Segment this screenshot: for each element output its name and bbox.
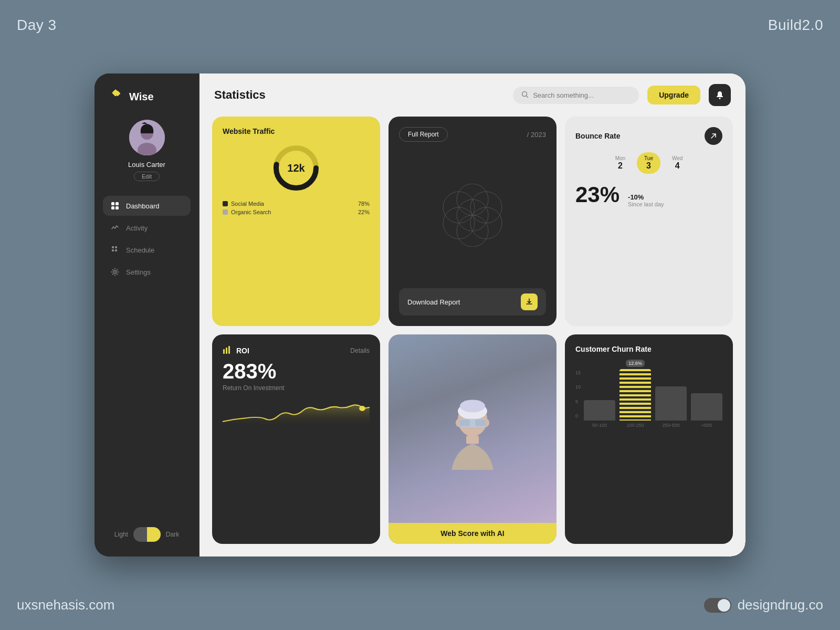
- svg-rect-12: [115, 249, 117, 251]
- churn-bar-4: >500: [691, 360, 722, 428]
- day-selector: Mon 2 Tue 3 Wed 4: [575, 152, 722, 174]
- svg-rect-5: [111, 202, 114, 205]
- y-label-0: 0: [575, 413, 581, 418]
- roi-sublabel: Return On Investment: [223, 384, 370, 392]
- churn-bar-label-3: 250-500: [663, 423, 680, 428]
- bounce-stats: 23% -10% Since last day: [575, 182, 722, 207]
- roi-percent: 283%: [223, 360, 370, 383]
- traffic-legend: Social Media 78% Organic Search 22%: [223, 201, 370, 215]
- social-label: Social Media: [231, 201, 264, 207]
- sidebar-item-dashboard[interactable]: Dashboard: [103, 196, 191, 216]
- svg-point-28: [359, 406, 365, 411]
- report-card: Full Report / 2023: [388, 117, 556, 326]
- notification-button[interactable]: [709, 84, 731, 106]
- bottom-left-label: uxsnehasis.com: [17, 597, 114, 613]
- search-icon: [521, 91, 529, 100]
- day-wednesday[interactable]: Wed 4: [665, 152, 690, 174]
- bounce-arrow-button[interactable]: [705, 127, 722, 145]
- settings-label: Settings: [126, 268, 151, 276]
- schedule-icon: [110, 245, 120, 255]
- organic-label: Organic Search: [231, 209, 271, 215]
- traffic-title: Website Traffic: [223, 127, 370, 135]
- roi-card: ROI Details 283% Return On Investment: [212, 334, 380, 544]
- download-report-button[interactable]: Download Report: [399, 288, 546, 316]
- main-content: Statistics Upgrade: [200, 74, 746, 556]
- roi-icon: [223, 345, 232, 356]
- day-monday[interactable]: Mon 2: [608, 152, 633, 174]
- svg-rect-26: [226, 348, 227, 354]
- sidebar: Wise Louis Carter Edit: [94, 74, 200, 556]
- churn-bar-label-4: >500: [701, 423, 712, 428]
- y-label-15: 15: [575, 370, 581, 375]
- churn-bar-label-2: 100-250: [627, 423, 644, 428]
- bottom-theme-toggle[interactable]: [704, 598, 731, 613]
- activity-icon: [110, 223, 120, 233]
- bounce-title: Bounce Rate: [575, 132, 621, 140]
- traffic-card: Website Traffic 12k Social: [212, 117, 380, 326]
- webscore-label: Web Score with AI: [388, 523, 556, 544]
- build-label: Build2.0: [768, 17, 823, 34]
- person-figure: [430, 386, 514, 470]
- y-label-10: 10: [575, 384, 581, 390]
- donut-chart: 12k: [223, 142, 370, 194]
- churn-bar-2: 12.6% 100-250: [620, 360, 651, 428]
- legend-item-organic: Organic Search 22%: [223, 209, 370, 215]
- svg-rect-27: [228, 346, 230, 354]
- bounce-change-label: Since last day: [628, 201, 664, 207]
- user-name: Louis Carter: [128, 161, 165, 169]
- y-label-5: 5: [575, 399, 581, 404]
- svg-rect-8: [116, 206, 119, 209]
- avatar-section: Louis Carter Edit: [103, 120, 191, 181]
- svg-point-38: [485, 419, 489, 426]
- roi-title: ROI: [236, 346, 249, 355]
- dashboard-card: Wise Louis Carter Edit: [94, 74, 746, 556]
- donut-center-value: 12k: [287, 162, 304, 174]
- svg-rect-10: [115, 246, 117, 248]
- logo-icon: [107, 88, 124, 105]
- edit-button[interactable]: Edit: [134, 172, 160, 181]
- download-icon: [521, 293, 538, 310]
- day-tuesday[interactable]: Tue 3: [637, 152, 660, 174]
- webscore-card: Web Score with AI: [388, 334, 556, 544]
- churn-bar-1: 50-100: [584, 360, 615, 428]
- roi-chart: [223, 398, 370, 429]
- sidebar-item-schedule[interactable]: Schedule: [103, 240, 191, 260]
- logo-text: Wise: [129, 91, 154, 103]
- report-pattern: [399, 146, 546, 284]
- roi-details-link[interactable]: Details: [350, 347, 370, 354]
- sidebar-item-settings[interactable]: Settings: [103, 262, 191, 282]
- svg-rect-35: [470, 420, 475, 425]
- activity-label: Activity: [126, 224, 148, 232]
- bottom-right-section: designdrug.co: [704, 597, 823, 613]
- organic-dot: [223, 209, 228, 215]
- churn-bar-3: 250-500: [655, 360, 687, 428]
- upgrade-button[interactable]: Upgrade: [647, 86, 700, 104]
- theme-toggle-section: Light Dark: [103, 519, 191, 542]
- organic-value: 22%: [358, 209, 370, 215]
- bottom-right-label: designdrug.co: [738, 597, 823, 613]
- search-input[interactable]: [533, 91, 631, 99]
- svg-rect-36: [466, 435, 479, 444]
- bounce-change: -10% Since last day: [628, 193, 664, 207]
- cards-grid: Website Traffic 12k Social: [200, 117, 746, 556]
- bounce-change-value: -10%: [628, 193, 664, 201]
- sidebar-item-activity[interactable]: Activity: [103, 218, 191, 238]
- page-title: Statistics: [214, 88, 266, 102]
- search-bar[interactable]: [513, 87, 639, 104]
- full-report-button[interactable]: Full Report: [399, 127, 448, 142]
- roi-title-row: ROI: [223, 345, 249, 356]
- social-dot: [223, 201, 228, 206]
- dark-label: Dark: [166, 531, 179, 538]
- dashboard-icon: [110, 201, 120, 211]
- social-value: 78%: [358, 201, 370, 207]
- churn-card: Customer Churn Rate 15 10 5 0: [565, 334, 733, 544]
- svg-point-15: [719, 98, 721, 99]
- svg-rect-6: [116, 202, 119, 205]
- churn-bar-label-1: 50-100: [592, 423, 607, 428]
- bounce-card: Bounce Rate Mon 2 Tue 3: [565, 117, 733, 326]
- churn-title: Customer Churn Rate: [575, 345, 722, 353]
- svg-point-37: [456, 419, 460, 426]
- legend-item-social: Social Media 78%: [223, 201, 370, 207]
- theme-toggle[interactable]: [133, 527, 161, 542]
- avatar: [129, 120, 165, 155]
